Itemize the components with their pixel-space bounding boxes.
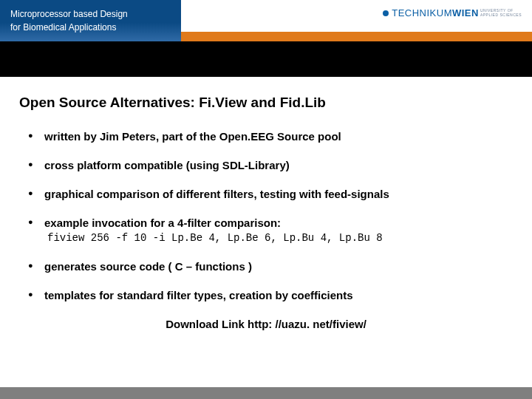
list-item: graphical comparison of different filter… xyxy=(44,188,513,200)
header-black-band xyxy=(0,41,532,77)
course-title-line2: for Biomedical Applications xyxy=(10,21,171,34)
list-item: cross platform compatible (using SDL-Lib… xyxy=(44,159,513,171)
list-item: example invocation for a 4-filter compar… xyxy=(44,216,513,244)
footer-bar xyxy=(0,387,532,399)
bullet-text: written by Jim Peters, part of the Open.… xyxy=(44,130,341,143)
header-orange-bar xyxy=(181,32,532,41)
logo-text: TECHNIKUMWIEN xyxy=(392,7,479,18)
slide-title: Open Source Alternatives: Fi.View and Fi… xyxy=(19,95,513,111)
slide-content: Open Source Alternatives: Fi.View and Fi… xyxy=(0,77,532,384)
list-item: written by Jim Peters, part of the Open.… xyxy=(44,130,513,143)
bullet-text: generates source code ( C – functions ) xyxy=(44,260,252,273)
slide: Microprocessor based Design for Biomedic… xyxy=(0,0,532,399)
bullet-list: written by Jim Peters, part of the Open.… xyxy=(19,130,513,301)
slide-header: Microprocessor based Design for Biomedic… xyxy=(0,0,532,41)
list-item: generates source code ( C – functions ) xyxy=(44,260,513,273)
logo-dot-icon xyxy=(383,10,389,16)
institution-logo: TECHNIKUMWIEN UNIVERSITY OF APPLIED SCIE… xyxy=(383,7,522,18)
logo-subtitle: UNIVERSITY OF APPLIED SCIENCES xyxy=(480,9,522,17)
download-link-text: Download Link http: //uazu. net/fiview/ xyxy=(19,318,513,330)
logo-sub-line2: APPLIED SCIENCES xyxy=(480,13,522,18)
logo-bold: WIEN xyxy=(452,7,479,18)
bullet-text: cross platform compatible (using SDL-Lib… xyxy=(44,159,290,171)
header-course-box: Microprocessor based Design for Biomedic… xyxy=(0,0,181,41)
bullet-code: fiview 256 -f 10 -i Lp.Be 4, Lp.Be 6, Lp… xyxy=(47,232,513,244)
bullet-text: templates for standard filter types, cre… xyxy=(44,289,353,301)
bullet-text: example invocation for a 4-filter compar… xyxy=(44,216,281,229)
logo-main: TECHNIKUM xyxy=(392,7,452,18)
list-item: templates for standard filter types, cre… xyxy=(44,289,513,301)
bullet-text: graphical comparison of different filter… xyxy=(44,188,389,200)
course-title-line1: Microprocessor based Design xyxy=(10,7,171,21)
